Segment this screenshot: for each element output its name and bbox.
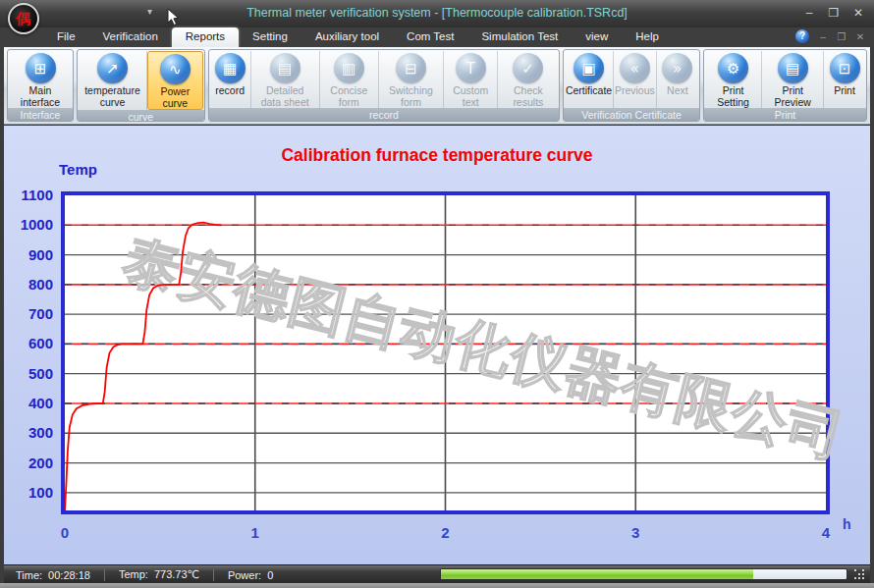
ribbon-group-record: ▦record▤Detailed data sheet▥Concise form… <box>208 49 561 122</box>
titlebar: 偶 ▾ Thermal meter verification system - … <box>0 0 874 27</box>
app-window: 偶 ▾ Thermal meter verification system - … <box>0 0 874 588</box>
check-results-button[interactable]: ✓Check results <box>498 51 558 108</box>
concise-form-button[interactable]: ▥Concise form <box>320 51 379 108</box>
print-preview-icon: ▤ <box>778 53 808 83</box>
check-results-icon: ✓ <box>513 53 543 83</box>
y-tick-label: 800 <box>12 276 53 293</box>
next-button[interactable]: »Next <box>657 51 698 108</box>
x-tick-label: 0 <box>54 524 76 541</box>
group-label: curve <box>78 110 204 122</box>
previous-icon: « <box>620 53 650 83</box>
button-label: Certificate <box>566 84 612 108</box>
button-label: Print Setting <box>709 84 758 108</box>
x-axis-label: h <box>843 516 851 532</box>
status-value: 773.73℃ <box>154 568 199 581</box>
ribbon-group-print: ⚙Print Setting▤Print Preview⊡PrintPrint <box>703 49 867 122</box>
y-tick-label: 600 <box>12 335 53 351</box>
mdi-window-minimize-button[interactable]: – <box>817 31 829 42</box>
y-axis-label: Temp <box>59 161 97 178</box>
window-controls: –❒✕ <box>801 6 866 20</box>
print-preview-button[interactable]: ▤Print Preview <box>762 51 824 108</box>
record-button[interactable]: ▦record <box>210 51 251 108</box>
tab-auxiliary-tool[interactable]: Auxiliary tool <box>301 27 393 47</box>
status-label: Time: <box>16 569 42 581</box>
window-maximize-button[interactable]: ❒ <box>826 6 842 20</box>
y-tick-label: 200 <box>12 454 53 471</box>
ribbon-tabs: FileVerificationReportsSettingAuxiliary … <box>43 27 673 47</box>
button-label: record <box>215 84 245 108</box>
button-label: Check results <box>502 84 554 108</box>
status-segment-power: Power:0 <box>228 569 287 581</box>
custom-text-icon: T <box>456 53 486 83</box>
ribbon-group-verification-certificate: ▣Certificate«Previous»NextVerification C… <box>563 49 700 122</box>
button-label: Switching form <box>383 84 439 108</box>
app-icon[interactable]: 偶 <box>8 3 39 34</box>
button-label: Next <box>667 84 688 108</box>
tab-reports[interactable]: Reports <box>172 27 239 47</box>
ribbon-group-interface: ⊞Main interfaceInterface <box>7 49 74 122</box>
y-tick-label: 700 <box>12 305 53 322</box>
menubar: FileVerificationReportsSettingAuxiliary … <box>0 27 874 47</box>
button-label: temperature curve <box>82 84 142 108</box>
statusbar: Time:00:28:18Temp:773.73℃Power:0 <box>4 564 870 583</box>
group-label: record <box>209 108 560 122</box>
switching-form-button[interactable]: ⊟Switching form <box>379 51 444 108</box>
status-segment-temp: Temp:773.73℃ <box>119 568 213 581</box>
x-tick-label: 4 <box>815 524 837 541</box>
x-tick-label: 1 <box>245 524 266 541</box>
next-icon: » <box>662 53 692 83</box>
group-label: Print <box>704 108 866 122</box>
resize-grip-icon[interactable] <box>854 569 866 581</box>
status-label: Power: <box>228 569 261 581</box>
button-label: Detailed data sheet <box>255 84 315 108</box>
previous-button[interactable]: «Previous <box>614 51 657 108</box>
group-label: Interface <box>8 108 73 122</box>
button-label: Concise form <box>324 84 374 108</box>
status-value: 00:28:18 <box>48 569 90 581</box>
tab-simulation-test[interactable]: Simulation Test <box>467 27 572 47</box>
temperature-curve <box>65 195 826 510</box>
window-bottom-frame <box>0 583 874 588</box>
status-divider <box>104 569 105 581</box>
menubar-controls: ? –❒✕ <box>795 29 866 43</box>
tab-setting[interactable]: Setting <box>239 27 301 47</box>
tab-verification[interactable]: Verification <box>89 27 172 47</box>
group-label: Verification Certificate <box>564 108 699 122</box>
custom-text-button[interactable]: TCustom text <box>444 51 498 108</box>
power-curve-icon: ∿ <box>160 54 191 84</box>
concise-form-icon: ▥ <box>334 53 364 83</box>
tab-file[interactable]: File <box>43 27 89 47</box>
button-label: Print <box>834 84 855 108</box>
main-interface-button[interactable]: ⊞Main interface <box>9 51 72 108</box>
print-setting-button[interactable]: ⚙Print Setting <box>705 51 763 108</box>
certificate-button[interactable]: ▣Certificate <box>565 51 614 108</box>
y-tick-label: 1100 <box>12 187 53 203</box>
record-icon: ▦ <box>215 53 246 83</box>
y-tick-label: 400 <box>12 395 53 411</box>
x-tick-label: 2 <box>435 524 457 541</box>
window-minimize-button[interactable]: – <box>801 6 817 20</box>
mdi-window-close-button[interactable]: ✕ <box>854 31 866 42</box>
status-items: Time:00:28:18Temp:773.73℃Power:0 <box>16 568 287 581</box>
temperature-curve-button[interactable]: ↗temperature curve <box>79 51 147 110</box>
print-button[interactable]: ⊡Print <box>824 51 865 108</box>
detailed-data-sheet-button[interactable]: ▤Detailed data sheet <box>251 51 320 108</box>
tab-com-test[interactable]: Com Test <box>393 27 467 47</box>
help-icon[interactable]: ? <box>795 29 809 43</box>
tab-view[interactable]: view <box>572 27 622 47</box>
window-close-button[interactable]: ✕ <box>850 6 866 20</box>
y-tick-label: 900 <box>12 246 53 263</box>
status-value: 0 <box>267 569 273 581</box>
tab-help[interactable]: Help <box>622 27 673 47</box>
plot-area: 泰安德图自动化仪器有限公司 <box>61 191 830 514</box>
window-title: Thermal meter verification system - [The… <box>0 6 874 20</box>
button-label: Print Preview <box>766 84 819 108</box>
power-curve-button[interactable]: ∿Power curve <box>147 51 203 110</box>
y-tick-label: 1000 <box>12 216 53 233</box>
button-label: Previous <box>615 84 655 108</box>
ribbon: ⊞Main interfaceInterface↗temperature cur… <box>4 47 870 125</box>
y-tick-label: 300 <box>12 424 53 441</box>
print-setting-icon: ⚙ <box>718 53 748 83</box>
mdi-window-maximize-button[interactable]: ❒ <box>836 31 847 42</box>
y-tick-label: 500 <box>12 365 53 382</box>
